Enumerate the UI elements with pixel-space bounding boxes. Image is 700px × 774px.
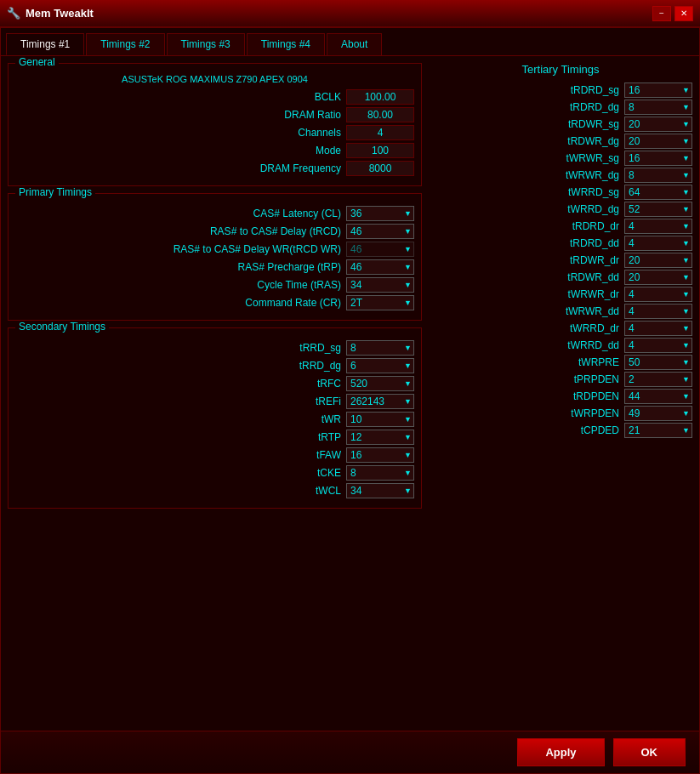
secondary-timing-select-8[interactable]: 34: [346, 483, 414, 498]
secondary-timing-row-5: tRTP12: [15, 430, 414, 445]
primary-timing-label-4: Cycle Time (tRAS): [257, 279, 341, 291]
tertiary-timings-rows: tRDRD_sg16tRDRD_dg8tRDWR_sg20tRDWR_dg20t…: [429, 83, 692, 440]
main-window: Timings #1 Timings #2 Timings #3 Timings…: [0, 27, 700, 774]
tertiary-timing-select-8[interactable]: 4: [624, 219, 692, 234]
tertiary-timing-label-19: tWRPDEN: [534, 407, 619, 419]
tertiary-timing-select-18[interactable]: 44: [624, 389, 692, 404]
right-panel: Tertiary Timings tRDRD_sg16tRDRD_dg8tRDW…: [429, 63, 692, 724]
secondary-timing-row-8: tWCL34: [15, 483, 414, 498]
tertiary-timing-select-1[interactable]: 8: [624, 100, 692, 115]
tertiary-timing-select-14[interactable]: 4: [624, 321, 692, 336]
tertiary-timing-label-11: tRDWR_dd: [534, 271, 619, 283]
tertiary-timing-select-15[interactable]: 4: [624, 338, 692, 353]
primary-timing-select-4[interactable]: 34: [346, 277, 414, 293]
tertiary-timing-row-7: tWRRD_dg52: [429, 202, 692, 217]
tertiary-timing-label-3: tRDWR_dg: [534, 135, 619, 147]
left-panel: General ASUSTeK ROG MAXIMUS Z790 APEX 09…: [8, 63, 422, 724]
tertiary-timing-row-5: tWRWR_dg8: [429, 168, 692, 183]
primary-timing-label-3: RAS# Precharge (tRP): [238, 261, 341, 273]
primary-timing-select-0[interactable]: 36: [346, 206, 414, 221]
secondary-timing-select-4[interactable]: 10: [346, 412, 414, 427]
tertiary-timing-label-20: tCPDED: [534, 424, 619, 436]
dram-ratio-row: DRAM Ratio 80.00: [15, 107, 414, 122]
secondary-timing-row-1: tRRD_dg6: [15, 358, 414, 373]
secondary-timing-select-6[interactable]: 16: [346, 447, 414, 463]
bclk-row: BCLK 100.00: [15, 89, 414, 105]
secondary-timing-label-3: tREFi: [316, 396, 341, 407]
tertiary-timing-select-12[interactable]: 4: [624, 287, 692, 302]
primary-timing-select-3[interactable]: 46: [346, 259, 414, 275]
secondary-timing-row-0: tRRD_sg8: [15, 340, 414, 356]
content-area: General ASUSTeK ROG MAXIMUS Z790 APEX 09…: [1, 56, 699, 731]
tertiary-timing-select-3[interactable]: 20: [624, 134, 692, 149]
secondary-timing-select-1[interactable]: 6: [346, 358, 414, 373]
secondary-timing-label-1: tRRD_dg: [299, 360, 341, 372]
tertiary-timing-select-6[interactable]: 64: [624, 185, 692, 200]
minimize-button[interactable]: −: [652, 6, 671, 21]
close-button[interactable]: ✕: [674, 6, 693, 21]
dram-ratio-value: 80.00: [346, 107, 414, 122]
tertiary-timing-label-8: tRDRD_dr: [534, 220, 619, 232]
tertiary-timing-label-4: tWRWR_sg: [534, 152, 619, 164]
primary-timings-group: Primary Timings CAS# Latency (CL)36RAS# …: [8, 193, 422, 321]
title-icon: 🔧: [7, 7, 20, 20]
secondary-timing-label-8: tWCL: [316, 485, 341, 497]
tertiary-timing-row-8: tRDRD_dr4: [429, 219, 692, 234]
secondary-timing-select-0[interactable]: 8: [346, 340, 414, 356]
secondary-timing-label-0: tRRD_sg: [299, 342, 341, 354]
tab-timings3[interactable]: Timings #3: [167, 33, 245, 55]
secondary-timings-title: Secondary Timings: [15, 321, 109, 333]
ok-button[interactable]: OK: [613, 738, 686, 766]
secondary-timing-select-5[interactable]: 12: [346, 430, 414, 445]
secondary-timing-row-6: tFAW16: [15, 447, 414, 463]
tertiary-timing-row-2: tRDWR_sg20: [429, 117, 692, 132]
window-controls: − ✕: [652, 6, 693, 21]
tertiary-timing-select-16[interactable]: 50: [624, 355, 692, 370]
apply-button[interactable]: Apply: [517, 738, 604, 766]
tertiary-timing-select-7[interactable]: 52: [624, 202, 692, 217]
tab-timings1[interactable]: Timings #1: [6, 33, 84, 55]
tertiary-timing-select-2[interactable]: 20: [624, 117, 692, 132]
primary-timing-select-1[interactable]: 46: [346, 224, 414, 239]
tertiary-timing-label-5: tWRWR_dg: [534, 169, 619, 181]
tab-timings2[interactable]: Timings #2: [86, 33, 164, 55]
tertiary-timing-select-5[interactable]: 8: [624, 168, 692, 183]
tertiary-timing-select-19[interactable]: 49: [624, 406, 692, 421]
secondary-timing-row-4: tWR10: [15, 412, 414, 427]
tertiary-timing-row-16: tWRPRE50: [429, 355, 692, 370]
tertiary-timing-label-16: tWRPRE: [534, 356, 619, 368]
secondary-timing-select-3[interactable]: 262143: [346, 394, 414, 409]
secondary-timing-select-7[interactable]: 8: [346, 465, 414, 481]
tertiary-timing-row-10: tRDWR_dr20: [429, 253, 692, 268]
tab-about[interactable]: About: [327, 33, 382, 55]
dram-freq-label: DRAM Frequency: [260, 162, 341, 174]
secondary-timing-row-7: tCKE8: [15, 465, 414, 481]
tertiary-timing-select-0[interactable]: 16: [624, 83, 692, 98]
primary-timing-select-5[interactable]: 2T: [346, 295, 414, 310]
tertiary-timing-row-13: tWRWR_dd4: [429, 304, 692, 319]
tertiary-timing-select-4[interactable]: 16: [624, 151, 692, 166]
primary-timings-title: Primary Timings: [15, 186, 95, 198]
window-title: 🔧 Mem TweakIt: [7, 7, 94, 20]
tertiary-timing-select-17[interactable]: 2: [624, 372, 692, 387]
tertiary-timing-label-2: tRDWR_sg: [534, 118, 619, 130]
tertiary-timing-select-10[interactable]: 20: [624, 253, 692, 268]
tertiary-timing-row-14: tWRRD_dr4: [429, 321, 692, 336]
tertiary-timing-select-13[interactable]: 4: [624, 304, 692, 319]
tertiary-timing-row-1: tRDRD_dg8: [429, 100, 692, 115]
tertiary-timing-label-17: tPRPDEN: [534, 373, 619, 385]
primary-timing-row-5: Command Rate (CR)2T: [15, 295, 414, 310]
tertiary-timing-select-11[interactable]: 20: [624, 270, 692, 285]
device-name: ASUSTeK ROG MAXIMUS Z790 APEX 0904: [15, 74, 414, 84]
primary-timing-row-0: CAS# Latency (CL)36: [15, 206, 414, 221]
general-group: General ASUSTeK ROG MAXIMUS Z790 APEX 09…: [8, 63, 422, 186]
primary-timing-label-5: Command Rate (CR): [245, 297, 341, 309]
tertiary-timing-select-20[interactable]: 21: [624, 423, 692, 438]
secondary-timing-select-2[interactable]: 520: [346, 376, 414, 391]
tertiary-timing-row-15: tWRRD_dd4: [429, 338, 692, 353]
primary-timing-row-3: RAS# Precharge (tRP)46: [15, 259, 414, 275]
general-title: General: [15, 56, 59, 68]
tab-timings4[interactable]: Timings #4: [247, 33, 325, 55]
primary-timing-label-2: RAS# to CAS# Delay WR(tRCD WR): [174, 243, 341, 255]
tertiary-timing-select-9[interactable]: 4: [624, 236, 692, 251]
